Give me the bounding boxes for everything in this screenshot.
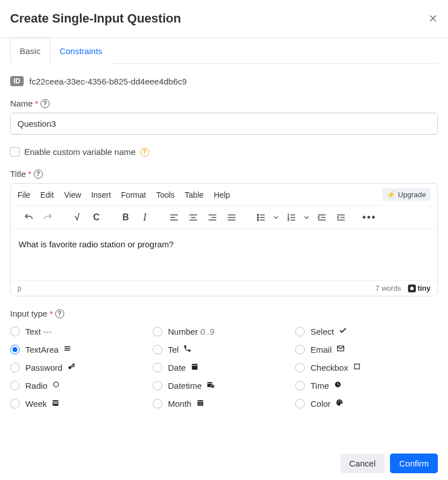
name-input[interactable] bbox=[10, 113, 438, 135]
modal-title: Create Single-Input Question bbox=[10, 11, 181, 26]
input-type-week[interactable]: Week bbox=[10, 398, 153, 408]
enable-custom-var-row[interactable]: Enable custom variable name ? bbox=[10, 147, 438, 157]
chevron-down-icon[interactable] bbox=[303, 210, 311, 225]
id-badge: ID bbox=[10, 76, 24, 86]
svg-point-59 bbox=[200, 404, 201, 405]
radio-icon bbox=[153, 399, 162, 408]
tab-constraints[interactable]: Constraints bbox=[50, 38, 112, 64]
svg-point-61 bbox=[338, 402, 339, 403]
bullet-list-icon[interactable] bbox=[253, 210, 269, 225]
radio-icon bbox=[153, 345, 162, 354]
outdent-icon[interactable] bbox=[314, 210, 330, 225]
editor-path: p bbox=[17, 285, 21, 292]
input-type-label: Input type * ? bbox=[10, 309, 438, 318]
align-justify-icon[interactable] bbox=[224, 210, 239, 225]
input-type-text[interactable]: Text--- bbox=[10, 326, 153, 336]
tab-basic[interactable]: Basic bbox=[10, 38, 50, 64]
radio-icon bbox=[153, 327, 162, 336]
menu-view[interactable]: View bbox=[64, 190, 81, 199]
numbered-list-icon[interactable]: 123 bbox=[283, 210, 299, 225]
redo-icon[interactable] bbox=[40, 210, 56, 225]
required-star: * bbox=[50, 309, 53, 318]
indent-icon[interactable] bbox=[333, 210, 349, 225]
confirm-button[interactable]: Confirm bbox=[390, 454, 438, 473]
calendar-clock-icon bbox=[206, 380, 215, 389]
formula-icon[interactable]: √ bbox=[69, 210, 85, 225]
input-type-textarea[interactable]: TextArea bbox=[10, 344, 153, 354]
name-label: Name * ? bbox=[10, 99, 438, 108]
input-type-color[interactable]: Color bbox=[295, 398, 438, 408]
title-label: Title * ? bbox=[10, 169, 438, 179]
circle-icon bbox=[52, 380, 60, 389]
bold-icon[interactable]: B bbox=[118, 210, 134, 225]
check-icon bbox=[339, 326, 347, 335]
menu-file[interactable]: File bbox=[17, 190, 30, 199]
svg-text:3: 3 bbox=[287, 218, 289, 221]
input-type-time[interactable]: Time bbox=[295, 380, 438, 390]
menu-insert[interactable]: Insert bbox=[91, 190, 111, 199]
align-left-icon[interactable] bbox=[166, 210, 182, 225]
modal-footer: Cancel Confirm bbox=[340, 454, 438, 473]
align-right-icon[interactable] bbox=[205, 210, 220, 225]
editor-content[interactable]: What is favorite radio station or progra… bbox=[11, 229, 437, 280]
radio-icon bbox=[295, 381, 305, 390]
close-icon[interactable]: ✕ bbox=[428, 13, 438, 24]
svg-point-41 bbox=[54, 382, 59, 387]
lines-icon bbox=[63, 344, 72, 353]
cancel-button[interactable]: Cancel bbox=[340, 454, 385, 473]
rich-text-editor: File Edit View Insert Format Tools Table… bbox=[10, 183, 438, 296]
editor-statusbar: p 7 words tiny bbox=[11, 280, 437, 296]
help-icon[interactable]: ? bbox=[34, 170, 43, 179]
key-icon bbox=[67, 362, 76, 371]
svg-point-58 bbox=[198, 404, 199, 405]
more-icon[interactable]: ••• bbox=[357, 212, 382, 224]
radio-icon bbox=[10, 345, 20, 354]
menu-table[interactable]: Table bbox=[185, 190, 203, 199]
radio-icon bbox=[10, 399, 20, 408]
input-type-checkbox[interactable]: Checkbox bbox=[295, 362, 438, 372]
svg-rect-40 bbox=[354, 364, 360, 369]
undo-icon[interactable] bbox=[21, 210, 37, 225]
input-type-date[interactable]: Date bbox=[153, 362, 295, 372]
radio-icon bbox=[295, 363, 305, 372]
input-type-tel[interactable]: Tel bbox=[153, 344, 295, 354]
help-icon[interactable]: ? bbox=[41, 99, 50, 108]
input-type-number[interactable]: Number0..9 bbox=[153, 326, 295, 336]
input-type-month[interactable]: Month bbox=[153, 398, 295, 408]
help-icon[interactable]: ? bbox=[55, 309, 64, 318]
menu-tools[interactable]: Tools bbox=[156, 190, 175, 199]
radio-icon bbox=[295, 327, 305, 336]
clock-icon bbox=[334, 380, 342, 389]
input-type-radio[interactable]: Radio bbox=[10, 380, 153, 390]
input-type-email[interactable]: Email bbox=[295, 344, 438, 354]
svg-point-55 bbox=[198, 402, 199, 403]
input-type-options: Text--- Number0..9 Select TextArea bbox=[10, 326, 438, 408]
id-row: ID fc22ceea-33ec-4356-b825-dd4eee4db6c9 bbox=[10, 76, 438, 86]
input-type-password[interactable]: Password bbox=[10, 362, 153, 372]
enable-custom-var-checkbox[interactable] bbox=[10, 147, 20, 157]
input-type-datetime[interactable]: Datetime bbox=[153, 380, 295, 390]
upgrade-button[interactable]: ⚡ Upgrade bbox=[382, 188, 431, 201]
tab-bar: Basic Constraints bbox=[10, 38, 438, 64]
radio-icon bbox=[10, 381, 20, 390]
id-value: fc22ceea-33ec-4356-b825-dd4eee4db6c9 bbox=[29, 77, 187, 86]
code-icon[interactable]: C bbox=[88, 210, 104, 225]
align-center-icon[interactable] bbox=[185, 210, 201, 225]
svg-point-34 bbox=[69, 366, 72, 369]
svg-point-13 bbox=[258, 217, 259, 218]
envelope-icon bbox=[336, 344, 345, 353]
enable-custom-var-label: Enable custom variable name bbox=[24, 147, 136, 157]
menu-help[interactable]: Help bbox=[214, 190, 230, 199]
word-count: 7 words bbox=[375, 284, 401, 292]
menu-edit[interactable]: Edit bbox=[41, 190, 54, 199]
italic-icon[interactable]: I bbox=[137, 210, 153, 225]
svg-point-63 bbox=[340, 401, 341, 402]
menu-format[interactable]: Format bbox=[121, 190, 146, 199]
svg-point-57 bbox=[201, 402, 202, 403]
help-icon[interactable]: ? bbox=[140, 148, 149, 157]
chevron-down-icon[interactable] bbox=[272, 210, 280, 225]
radio-icon bbox=[295, 345, 305, 354]
calendar-week-icon bbox=[51, 398, 60, 407]
modal-header: Create Single-Input Question ✕ bbox=[0, 0, 448, 38]
input-type-select[interactable]: Select bbox=[295, 326, 438, 336]
